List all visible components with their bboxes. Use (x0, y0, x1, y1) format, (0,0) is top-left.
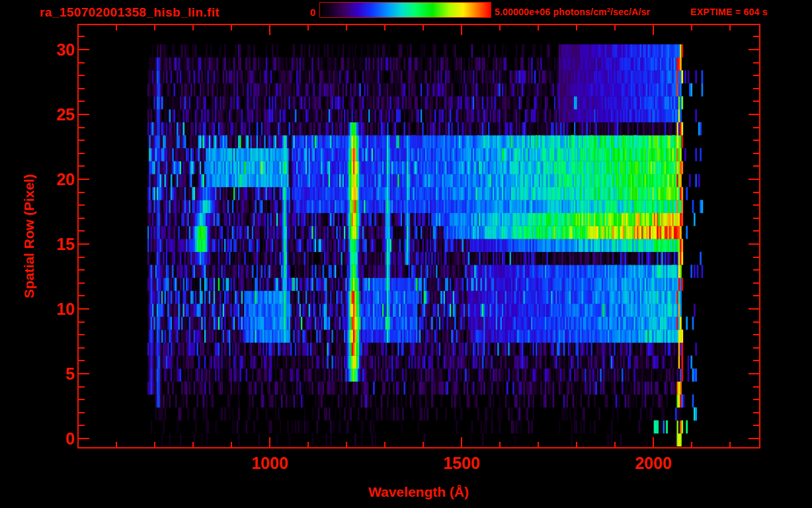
axis-tick (753, 412, 759, 413)
axis-tick (753, 218, 759, 219)
axis-tick (79, 127, 85, 128)
axis-tick (79, 295, 85, 296)
axis-tick (499, 25, 501, 30)
axis-tick (749, 179, 759, 180)
axis-tick (753, 62, 759, 64)
axis-tick (691, 442, 692, 447)
axis-tick (749, 308, 759, 310)
axis-tick (346, 25, 347, 30)
axis-tick (753, 257, 759, 258)
axis-tick (499, 442, 501, 447)
axis-tick (753, 153, 759, 154)
axis-tick (423, 442, 424, 447)
axis-tick (79, 386, 85, 388)
x-tick-label: 1000 (251, 454, 288, 473)
axis-tick (79, 165, 85, 167)
axis-tick (753, 204, 759, 206)
axis-tick (753, 75, 759, 76)
axis-tick (79, 334, 85, 335)
axis-tick (576, 442, 577, 447)
axis-tick (749, 243, 759, 245)
spectral-heatmap (80, 26, 760, 448)
axis-tick (753, 192, 759, 193)
plot-frame (77, 24, 760, 448)
axis-tick (749, 438, 759, 439)
axis-tick (269, 437, 270, 447)
fits-filename-title: ra_150702001358_hisb_lin.fit (40, 5, 220, 20)
axis-tick (79, 399, 85, 400)
axis-tick (192, 442, 194, 447)
axis-tick (79, 230, 85, 232)
axis-tick (384, 442, 386, 447)
axis-tick (346, 442, 347, 447)
axis-tick (79, 257, 85, 258)
y-tick-label: 5 (34, 364, 75, 384)
x-axis-title: Wavelength (Å) (286, 484, 551, 500)
axis-tick (79, 321, 85, 323)
axis-tick (79, 204, 85, 206)
axis-tick (753, 334, 759, 335)
axis-tick (79, 360, 85, 361)
axis-tick (307, 25, 309, 30)
axis-tick (691, 25, 692, 30)
axis-tick (729, 25, 731, 30)
colorbar (319, 2, 491, 18)
axis-tick (269, 25, 270, 35)
axis-tick (753, 101, 759, 102)
axis-tick (753, 360, 759, 361)
axis-tick (79, 153, 85, 154)
axis-tick (753, 282, 759, 284)
axis-tick (753, 127, 759, 128)
axis-tick (154, 442, 155, 447)
axis-tick (154, 25, 155, 30)
y-tick-label: 10 (34, 300, 75, 319)
axis-tick (79, 62, 85, 64)
axis-tick (79, 347, 85, 349)
axis-tick (307, 442, 309, 447)
axis-tick (753, 399, 759, 400)
axis-tick (461, 25, 462, 35)
axis-tick (753, 88, 759, 89)
axis-tick (79, 218, 85, 219)
y-tick-label: 25 (34, 105, 75, 124)
exptime-label: EXPTIME = 604 s (690, 7, 768, 17)
axis-tick (79, 412, 85, 413)
axis-tick (753, 347, 759, 349)
axis-tick (79, 49, 89, 50)
colorbar-gradient (320, 3, 491, 17)
axis-tick (116, 442, 117, 447)
axis-tick (231, 442, 232, 447)
axis-tick (753, 140, 759, 141)
y-tick-label: 30 (34, 40, 75, 60)
axis-tick (614, 25, 616, 30)
axis-tick (79, 36, 85, 37)
colorbar-max-label: 5.00000e+06 photons/cm2/sec/A/sr (495, 7, 650, 17)
axis-tick (753, 36, 759, 37)
axis-tick (538, 442, 539, 447)
axis-tick (79, 88, 85, 89)
axis-tick (653, 437, 654, 447)
axis-tick (79, 192, 85, 193)
x-tick-label: 1500 (443, 454, 480, 473)
axis-tick (461, 437, 462, 447)
axis-tick (749, 49, 759, 50)
axis-tick (79, 308, 89, 310)
axis-tick (753, 295, 759, 296)
axis-tick (79, 114, 89, 115)
y-tick-label: 0 (34, 429, 75, 448)
axis-tick (753, 386, 759, 388)
y-tick-label: 20 (34, 170, 75, 189)
axis-tick (79, 75, 85, 76)
axis-tick (753, 230, 759, 232)
colorbar-units-suffix: /sec/A/sr (610, 7, 650, 17)
axis-tick (753, 425, 759, 426)
x-tick-label: 2000 (635, 454, 672, 473)
spectral-image-viewer: { "window": { "width": 1228, "height": 7… (0, 0, 812, 508)
axis-tick (79, 438, 89, 439)
axis-tick (79, 282, 85, 284)
axis-tick (116, 25, 117, 30)
colorbar-max-value: 5.00000e+06 photons/cm (495, 7, 607, 17)
axis-tick (79, 140, 85, 141)
axis-tick (231, 25, 232, 30)
axis-tick (79, 425, 85, 426)
